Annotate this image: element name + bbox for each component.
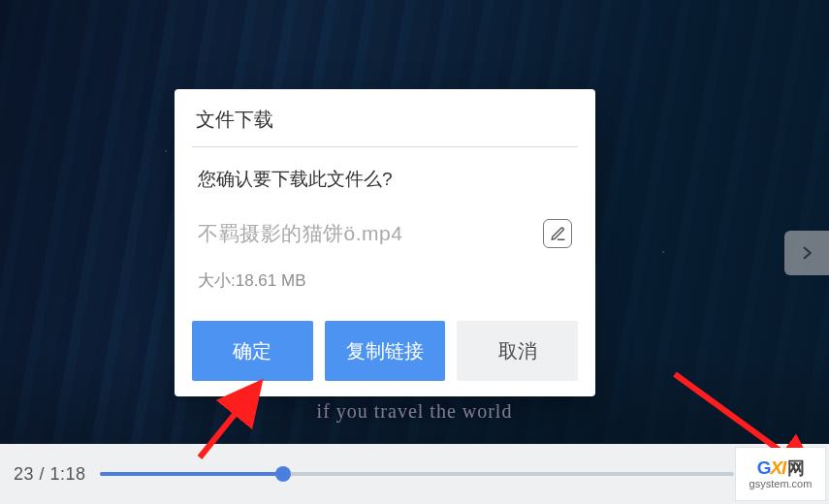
filename-display: 不羁摄影的猫饼ö.mp4 — [198, 220, 531, 247]
progress-fill — [100, 472, 284, 476]
watermark-logo: GXI网 gsystem.com — [736, 448, 825, 500]
cancel-button[interactable]: 取消 — [457, 321, 578, 381]
confirm-button[interactable]: 确定 — [192, 321, 313, 381]
watermark-letter-g: G — [757, 457, 771, 478]
progress-slider[interactable] — [100, 462, 734, 486]
watermark-net: 网 — [787, 458, 804, 478]
chevron-right-icon — [798, 244, 815, 262]
video-controls-bar: 23 / 1:18 — [0, 444, 829, 504]
video-caption-overlay: if you travel the world — [317, 400, 513, 423]
copy-link-button[interactable]: 复制链接 — [325, 321, 446, 381]
edit-icon — [550, 226, 566, 242]
progress-thumb[interactable] — [275, 466, 291, 482]
next-video-button[interactable] — [784, 231, 829, 275]
watermark-subtext: gsystem.com — [749, 479, 813, 489]
edit-filename-button[interactable] — [543, 219, 572, 248]
time-display: 23 / 1:18 — [14, 464, 86, 485]
dialog-title: 文件下载 — [192, 107, 578, 147]
dialog-confirm-text: 您确认要下载此文件么? — [198, 167, 572, 192]
download-dialog: 文件下载 您确认要下载此文件么? 不羁摄影的猫饼ö.mp4 大小:18.61 M… — [175, 89, 595, 396]
watermark-letter-xi: XI — [770, 457, 785, 478]
file-size-label: 大小:18.61 MB — [198, 269, 572, 292]
